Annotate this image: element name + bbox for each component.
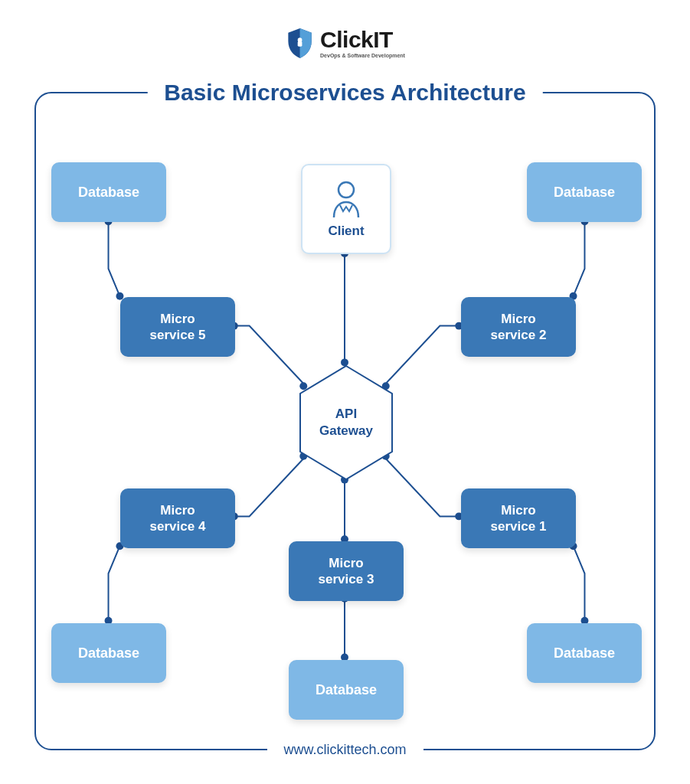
client-node: Client	[301, 164, 391, 254]
svg-point-6	[338, 182, 354, 198]
database-node-bottom-left: Database	[51, 623, 166, 683]
database-node-bottom-center: Database	[289, 660, 404, 720]
microservice-1-node: Micro service 1	[461, 488, 576, 548]
microservice-4-node: Micro service 4	[120, 488, 235, 548]
microservice-5-node: Micro service 5	[120, 297, 235, 357]
microservice-3-node: Micro service 3	[289, 541, 404, 601]
brand-tagline: DevOps & Software Development	[320, 53, 405, 58]
brand-logo: ClickIT DevOps & Software Development	[285, 27, 405, 59]
gateway-label: API Gateway	[319, 406, 373, 439]
diagram-frame: Basic Microservices Architecture www.cli…	[34, 92, 656, 750]
database-node-top-left: Database	[51, 162, 166, 222]
user-icon	[329, 179, 363, 219]
shield-icon	[285, 27, 314, 59]
database-node-bottom-right: Database	[527, 623, 642, 683]
brand-name: ClickIT	[320, 28, 405, 51]
client-label: Client	[328, 224, 364, 239]
database-node-top-right: Database	[527, 162, 642, 222]
api-gateway-node: API Gateway	[293, 361, 400, 484]
microservice-2-node: Micro service 2	[461, 297, 576, 357]
svg-rect-1	[297, 41, 302, 47]
